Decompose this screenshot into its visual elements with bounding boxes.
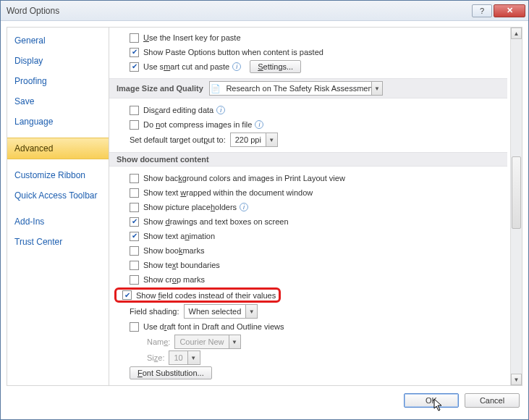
scroll-up-icon[interactable]: ▲ xyxy=(511,28,522,39)
window-title: Word Options xyxy=(7,6,470,16)
insert-key-label: Use the Insert key for paste xyxy=(143,33,241,42)
show-document-title: Show document content xyxy=(117,155,209,164)
chevron-down-icon: ▼ xyxy=(266,133,277,146)
titlebar: Word Options ? ✕ xyxy=(1,1,528,21)
field-shading-label: Field shading: xyxy=(130,307,179,316)
sidebar-item-save[interactable]: Save xyxy=(7,91,109,112)
sidebar-item-language[interactable]: Language xyxy=(7,112,109,132)
image-doc-select[interactable]: 📄 Research on The Safety Risk Assessmen.… xyxy=(209,81,383,96)
picph-label: Show picture placeholders xyxy=(143,203,237,211)
cropmarks-checkbox[interactable] xyxy=(130,275,139,285)
discard-editing-checkbox[interactable] xyxy=(130,106,139,115)
discard-editing-label: Discard editing data xyxy=(143,106,213,114)
fieldcodes-checkbox[interactable] xyxy=(122,290,132,300)
textanim-label: Show text animation xyxy=(143,232,215,240)
sidebar-item-proofing[interactable]: Proofing xyxy=(7,71,109,91)
cropmarks-label: Show crop marks xyxy=(143,275,205,284)
scroll-thumb[interactable] xyxy=(512,156,521,229)
smart-cut-checkbox[interactable] xyxy=(130,62,139,72)
image-size-title: Image Size and Quality xyxy=(117,84,203,93)
no-compress-label: Do not compress images in file xyxy=(143,120,252,129)
vertical-scrollbar[interactable]: ▲ ▼ xyxy=(510,28,522,385)
sidebar: GeneralDisplayProofingSaveLanguageAdvanc… xyxy=(7,27,109,386)
wrapped-checkbox[interactable] xyxy=(130,188,139,198)
font-substitution-button[interactable]: Font Substitution... xyxy=(130,366,212,379)
info-icon xyxy=(240,203,248,211)
smart-cut-label: Use smart cut and paste xyxy=(143,62,229,71)
target-output-label: Set default target output to: xyxy=(130,135,226,144)
chevron-down-icon: ▼ xyxy=(245,305,257,318)
info-icon xyxy=(232,62,241,71)
textbound-label: Show text boundaries xyxy=(143,261,220,269)
draft-name-select: Courier New ▼ xyxy=(174,335,240,349)
target-output-select[interactable]: 220 ppi ▼ xyxy=(230,133,278,147)
sidebar-item-customize-ribbon[interactable]: Customize Ribbon xyxy=(7,165,109,185)
chevron-down-icon: ▼ xyxy=(229,335,240,348)
no-compress-checkbox[interactable] xyxy=(130,120,139,130)
bgcolors-checkbox[interactable] xyxy=(130,174,139,183)
info-icon xyxy=(255,120,263,129)
sidebar-item-general[interactable]: General xyxy=(7,30,109,51)
cancel-button[interactable]: Cancel xyxy=(465,393,520,408)
show-document-section: Show document content xyxy=(109,152,507,167)
bookmarks-checkbox[interactable] xyxy=(130,246,139,256)
sidebar-item-display[interactable]: Display xyxy=(7,51,109,71)
sidebar-item-add-ins[interactable]: Add-Ins xyxy=(7,211,109,232)
draft-name-label: Name: xyxy=(147,337,170,346)
smart-cut-settings-button[interactable]: Settings... xyxy=(250,60,301,73)
image-size-section: Image Size and Quality 📄 Research on The… xyxy=(109,78,507,98)
drawings-checkbox[interactable] xyxy=(130,217,139,227)
textbound-checkbox[interactable] xyxy=(130,261,139,270)
sidebar-item-quick-access-toolbar[interactable]: Quick Access Toolbar xyxy=(7,185,109,206)
paste-options-label: Show Paste Options button when content i… xyxy=(143,48,323,56)
scroll-down-icon[interactable]: ▼ xyxy=(511,374,522,385)
chevron-down-icon: ▼ xyxy=(187,351,199,364)
paste-options-checkbox[interactable] xyxy=(130,48,139,57)
insert-key-checkbox[interactable] xyxy=(130,33,139,43)
sidebar-item-advanced[interactable]: Advanced xyxy=(7,138,109,159)
help-button[interactable]: ? xyxy=(472,4,492,17)
field-shading-select[interactable]: When selected ▼ xyxy=(184,304,258,319)
info-icon xyxy=(216,106,225,114)
draft-size-label: Size: xyxy=(147,353,164,362)
content-pane: Use the Insert key for paste Show Paste … xyxy=(109,28,510,385)
drawings-label: Show drawings and text boxes on screen xyxy=(143,217,289,226)
sidebar-item-trust-center[interactable]: Trust Center xyxy=(7,232,109,252)
picph-checkbox[interactable] xyxy=(130,203,139,212)
draft-size-select: 10 ▼ xyxy=(169,350,200,365)
draft-font-checkbox[interactable] xyxy=(130,322,139,332)
word-options-window: Word Options ? ✕ GeneralDisplayProofingS… xyxy=(0,0,529,420)
ok-button[interactable]: OK xyxy=(404,393,459,408)
dialog-footer: OK Cancel xyxy=(1,386,528,415)
fieldcodes-label: Show field codes instead of their values xyxy=(136,291,276,300)
draft-font-label: Use draft font in Draft and Outline view… xyxy=(143,322,284,331)
wrapped-label: Show text wrapped within the document wi… xyxy=(143,188,313,197)
chevron-down-icon: ▼ xyxy=(371,82,382,95)
close-button[interactable]: ✕ xyxy=(494,4,525,17)
textanim-checkbox[interactable] xyxy=(130,232,139,241)
bgcolors-label: Show background colors and images in Pri… xyxy=(143,174,345,182)
bookmarks-label: Show bookmarks xyxy=(143,246,204,255)
